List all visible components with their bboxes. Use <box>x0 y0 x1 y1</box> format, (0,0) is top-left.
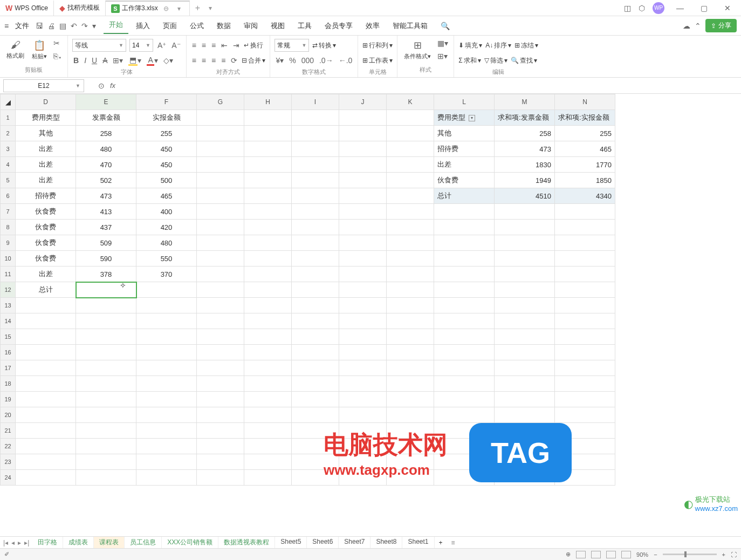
menu-start[interactable]: 开始 <box>104 18 128 34</box>
merge-button[interactable]: ⊟ 合并▾ <box>242 56 265 65</box>
cell-F14[interactable] <box>136 313 197 329</box>
align-bottom-button[interactable]: ≡ <box>210 40 217 51</box>
cell-H22[interactable] <box>244 439 292 454</box>
currency-button[interactable]: ¥▾ <box>275 55 285 66</box>
table-style-button[interactable]: ⊞▾ <box>436 51 449 62</box>
cell-F13[interactable] <box>136 298 197 313</box>
cell-G14[interactable] <box>197 313 244 329</box>
cell-N14[interactable] <box>555 313 615 329</box>
cell-H7[interactable] <box>244 204 292 220</box>
undo-icon[interactable]: ↶ <box>71 22 77 30</box>
cell-J6[interactable] <box>339 188 387 204</box>
font-name-select[interactable]: 等线▼ <box>72 39 126 52</box>
cell-M3[interactable]: 473 <box>495 141 555 157</box>
sheet-tab-5[interactable]: 数据透视表教程 <box>218 537 275 548</box>
cell-G8[interactable] <box>197 220 244 235</box>
cell-D21[interactable] <box>16 423 76 439</box>
cell-D14[interactable] <box>16 313 76 329</box>
cell-G6[interactable] <box>197 188 244 204</box>
menu-smart[interactable]: 智能工具箱 <box>387 19 433 33</box>
cell-N23[interactable] <box>555 454 615 470</box>
cell-G16[interactable] <box>197 345 244 360</box>
cell-H6[interactable] <box>244 188 292 204</box>
cell-H24[interactable] <box>244 470 292 486</box>
minimize-button[interactable]: — <box>672 4 688 12</box>
cell-I15[interactable] <box>292 329 339 345</box>
maximize-button[interactable]: ▢ <box>696 4 712 12</box>
cell-F8[interactable]: 420 <box>136 220 197 235</box>
tab-dropdown-icon[interactable]: ▾ <box>174 5 184 12</box>
cell-J3[interactable] <box>339 141 387 157</box>
cell-K1[interactable] <box>387 110 434 126</box>
cell-D2[interactable]: 其他 <box>16 126 76 141</box>
row-header-14[interactable]: 14 <box>1 313 16 329</box>
col-header-I[interactable]: I <box>292 94 339 110</box>
view-page-button[interactable] <box>591 551 601 558</box>
menu-member[interactable]: 会员专享 <box>319 19 358 33</box>
sheet-first-icon[interactable]: |◂ <box>3 539 8 547</box>
cell-L3[interactable]: 招待费 <box>434 141 495 157</box>
cell-L4[interactable]: 出差 <box>434 157 495 173</box>
row-header-9[interactable]: 9 <box>1 235 16 251</box>
cell-G1[interactable] <box>197 110 244 126</box>
cell-H19[interactable] <box>244 392 292 407</box>
cell-F22[interactable] <box>136 439 197 454</box>
cell-E15[interactable] <box>76 329 136 345</box>
cell-M5[interactable]: 1949 <box>495 173 555 188</box>
align-top-button[interactable]: ≡ <box>191 40 197 51</box>
col-header-G[interactable]: G <box>197 94 244 110</box>
cell-H13[interactable] <box>244 298 292 313</box>
cell-I18[interactable] <box>292 376 339 392</box>
cell-G21[interactable] <box>197 423 244 439</box>
cell-K24[interactable] <box>387 470 434 486</box>
cell-L13[interactable] <box>434 298 495 313</box>
cell-D3[interactable]: 出差 <box>16 141 76 157</box>
menu-tools[interactable]: 工具 <box>292 19 317 33</box>
cell-E4[interactable]: 470 <box>76 157 136 173</box>
cell-G7[interactable] <box>197 204 244 220</box>
cell-F5[interactable]: 500 <box>136 173 197 188</box>
cell-K6[interactable] <box>387 188 434 204</box>
cell-L9[interactable] <box>434 235 495 251</box>
strike-button[interactable]: A <box>101 55 108 66</box>
panel-icon[interactable]: ◫ <box>624 4 631 12</box>
cell-N9[interactable] <box>555 235 615 251</box>
cell-G18[interactable] <box>197 376 244 392</box>
cell-K11[interactable] <box>387 267 434 282</box>
cell-M12[interactable] <box>495 282 555 298</box>
cell-H12[interactable] <box>244 282 292 298</box>
cell-E5[interactable]: 502 <box>76 173 136 188</box>
font-color-button[interactable]: A▾ <box>146 54 159 67</box>
row-header-13[interactable]: 13 <box>1 298 16 313</box>
cell-M20[interactable] <box>495 407 555 423</box>
col-header-F[interactable]: F <box>136 94 197 110</box>
cell-G9[interactable] <box>197 235 244 251</box>
cell-M1[interactable]: 求和项:发票金额 <box>495 110 555 126</box>
cell-G20[interactable] <box>197 407 244 423</box>
cell-F11[interactable]: 370 <box>136 267 197 282</box>
cell-L7[interactable] <box>434 204 495 220</box>
sheet-tab-1[interactable]: 成绩表 <box>63 537 94 548</box>
cell-H2[interactable] <box>244 126 292 141</box>
cell-F9[interactable]: 480 <box>136 235 197 251</box>
row-header-4[interactable]: 4 <box>1 157 16 173</box>
cell-G2[interactable] <box>197 126 244 141</box>
cell-J13[interactable] <box>339 298 387 313</box>
select-all-corner[interactable]: ◢ <box>1 94 16 110</box>
cell-L20[interactable] <box>434 407 495 423</box>
cell-K15[interactable] <box>387 329 434 345</box>
cell-H10[interactable] <box>244 251 292 267</box>
cell-L24[interactable] <box>434 470 495 486</box>
menu-review[interactable]: 审阅 <box>238 19 263 33</box>
cell-I24[interactable] <box>292 470 339 486</box>
cell-F17[interactable] <box>136 360 197 376</box>
row-header-2[interactable]: 2 <box>1 126 16 141</box>
spreadsheet[interactable]: ◢DEFGHIJKLMN1费用类型发票金额实报金额费用类型▾求和项:发票金额求和… <box>0 94 741 536</box>
save-icon[interactable]: 🖫 <box>36 22 43 30</box>
new-tab-button[interactable]: + <box>190 3 205 13</box>
fill-color-button[interactable]: ⬒▾ <box>127 54 142 67</box>
cell-D24[interactable] <box>16 470 76 486</box>
cell-N19[interactable] <box>555 392 615 407</box>
cell-L19[interactable] <box>434 392 495 407</box>
cell-K4[interactable] <box>387 157 434 173</box>
